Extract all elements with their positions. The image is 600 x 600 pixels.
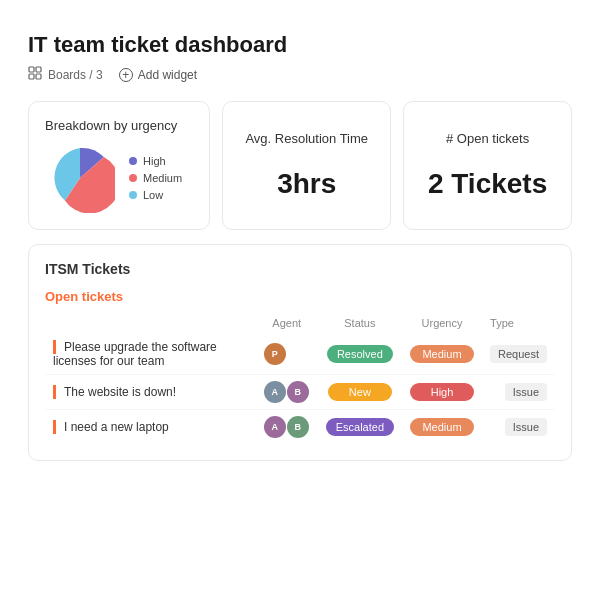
legend-high: High [129, 155, 182, 167]
col-urgency-header: Urgency [402, 312, 482, 334]
table-row[interactable]: Please upgrade the software licenses for… [45, 334, 555, 375]
pie-chart [45, 143, 115, 213]
add-widget-label: Add widget [138, 68, 197, 82]
pie-legend: High Medium Low [129, 155, 182, 201]
breakdown-widget: Breakdown by urgency [28, 101, 210, 230]
ticket-status: Escalated [318, 410, 402, 445]
ticket-agent: P [256, 334, 318, 375]
type-badge: Issue [505, 383, 547, 401]
table-row[interactable]: The website is down!ABNewHighIssue [45, 375, 555, 410]
ticket-description: The website is down! [53, 385, 176, 399]
open-tickets-label: Open tickets [45, 289, 555, 304]
itsm-card: ITSM Tickets Open tickets Agent Status U… [28, 244, 572, 461]
resolution-value: 3hrs [277, 168, 336, 200]
status-badge: Resolved [327, 345, 393, 363]
boards-icon [28, 66, 42, 83]
col-description [45, 312, 256, 334]
col-status-header: Status [318, 312, 402, 334]
ticket-type: Issue [482, 375, 555, 410]
page-title: IT team ticket dashboard [28, 32, 572, 58]
avatar: B [287, 416, 309, 438]
table-header: Agent Status Urgency Type [45, 312, 555, 334]
medium-dot [129, 174, 137, 182]
legend-high-label: High [143, 155, 166, 167]
col-type-header: Type [482, 312, 555, 334]
table-row[interactable]: I need a new laptopABEscalatedMediumIssu… [45, 410, 555, 445]
legend-low: Low [129, 189, 182, 201]
ticket-description: I need a new laptop [53, 420, 169, 434]
avatar: A [264, 416, 286, 438]
breadcrumb-text: Boards / 3 [48, 68, 103, 82]
add-widget-button[interactable]: + Add widget [119, 68, 197, 82]
legend-low-label: Low [143, 189, 163, 201]
ticket-status: Resolved [318, 334, 402, 375]
widgets-row: Breakdown by urgency [28, 101, 572, 230]
avatar: B [287, 381, 309, 403]
ticket-description: Please upgrade the software licenses for… [53, 340, 217, 368]
breadcrumb-bar: Boards / 3 + Add widget [28, 66, 572, 83]
legend-medium-label: Medium [143, 172, 182, 184]
high-dot [129, 157, 137, 165]
tickets-value: 2 Tickets [428, 168, 547, 200]
ticket-type: Issue [482, 410, 555, 445]
low-dot [129, 191, 137, 199]
urgency-badge: High [410, 383, 474, 401]
ticket-status: New [318, 375, 402, 410]
table-body: Please upgrade the software licenses for… [45, 334, 555, 444]
open-tickets-widget: # Open tickets 2 Tickets [403, 101, 572, 230]
breakdown-title: Breakdown by urgency [45, 118, 193, 133]
col-agent-header: Agent [256, 312, 318, 334]
breadcrumb[interactable]: Boards / 3 [28, 66, 103, 83]
tickets-table: Agent Status Urgency Type Please upgrade… [45, 312, 555, 444]
resolution-title: Avg. Resolution Time [245, 131, 368, 146]
page-container: IT team ticket dashboard Boards / 3 + Ad… [0, 0, 600, 600]
open-tickets-title: # Open tickets [446, 131, 529, 146]
ticket-agent: AB [256, 375, 318, 410]
avatar: P [264, 343, 286, 365]
ticket-urgency: Medium [402, 410, 482, 445]
type-badge: Request [490, 345, 547, 363]
urgency-badge: Medium [410, 418, 474, 436]
pie-content: High Medium Low [45, 143, 193, 213]
resolution-widget: Avg. Resolution Time 3hrs [222, 101, 391, 230]
svg-rect-0 [29, 67, 34, 72]
status-badge: New [328, 383, 392, 401]
svg-rect-3 [36, 74, 41, 79]
add-widget-icon: + [119, 68, 133, 82]
avatar: A [264, 381, 286, 403]
ticket-agent: AB [256, 410, 318, 445]
ticket-urgency: High [402, 375, 482, 410]
svg-rect-2 [29, 74, 34, 79]
type-badge: Issue [505, 418, 547, 436]
itsm-title: ITSM Tickets [45, 261, 555, 277]
svg-rect-1 [36, 67, 41, 72]
ticket-urgency: Medium [402, 334, 482, 375]
ticket-type: Request [482, 334, 555, 375]
status-badge: Escalated [326, 418, 394, 436]
legend-medium: Medium [129, 172, 182, 184]
urgency-badge: Medium [410, 345, 474, 363]
